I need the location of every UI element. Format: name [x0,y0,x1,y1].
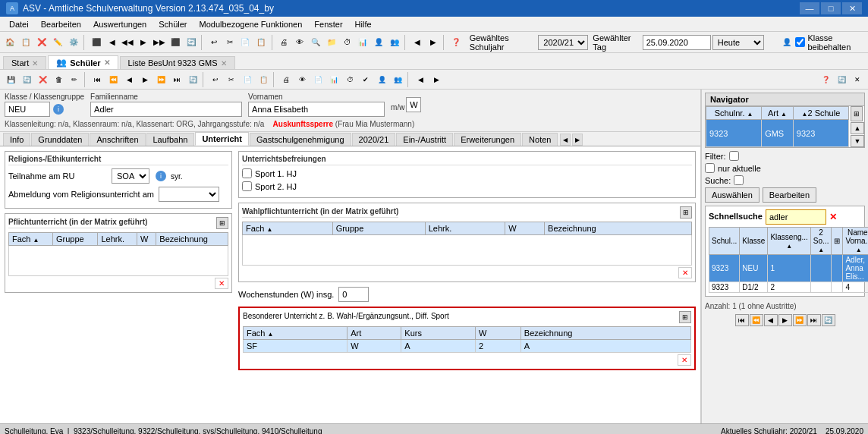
vorname-input[interactable] [248,102,385,117]
maximize-button[interactable]: □ [821,2,841,14]
toolbar-btn-6[interactable]: ⬛ [89,34,103,51]
menu-hilfe[interactable]: Hilfe [349,18,378,30]
inner-tab-noten[interactable]: Noten [522,133,558,146]
tab-liste-close[interactable]: ✕ [221,59,227,68]
schuljahr-select[interactable]: 2020/21 [538,35,588,50]
inner-tab-arrow-right[interactable]: ▶ [572,134,583,146]
t2-btn-4[interactable]: 🗑 [51,72,66,87]
t2-refresh[interactable]: 🔄 [185,72,200,87]
toolbar-btn-12[interactable]: ↩ [206,34,221,51]
wahlpflicht-col-gruppe[interactable]: Gruppe [332,222,425,235]
besonderer-row-1[interactable]: SF W A 2 A [244,340,691,353]
t2-close[interactable]: ✕ [850,72,865,87]
t2-paste[interactable]: 📋 [256,72,271,87]
t2-cut[interactable]: ✂ [224,72,239,87]
t2-nav-next[interactable]: ▶ [137,72,153,87]
t2-refresh2[interactable]: 🔄 [834,72,849,87]
toolbar-btn-17[interactable]: 🔍 [309,34,323,51]
t2-nav-prev-prev[interactable]: ⏪ [105,72,121,87]
mw-input[interactable] [406,97,421,112]
menu-bearbeiten[interactable]: Bearbeiten [35,18,87,30]
result-col-klasseng[interactable]: Klasseng... ▲ [768,228,810,255]
tab-start-close[interactable]: ✕ [32,59,38,68]
inner-tab-2021[interactable]: 2020/21 [352,133,396,146]
besonderer-delete-btn[interactable]: ✕ [678,354,691,366]
besonderer-col-fach[interactable]: Fach ▲ [244,327,348,340]
toolbar-btn-10[interactable]: ▶▶ [153,34,167,51]
nav-first-btn[interactable]: ⏮ [735,314,749,326]
t2-time[interactable]: ⏱ [342,72,357,87]
inner-tab-einaus[interactable]: Ein-/Austritt [396,133,453,146]
nav-col-schulnr[interactable]: Schulnr. ▲ [706,107,762,120]
user-icon[interactable]: 👤 [780,34,794,51]
sport1-checkbox[interactable] [242,168,252,178]
wahlpflicht-col-bez[interactable]: Bezeichnung [545,222,692,235]
t2-pdf[interactable]: 📄 [310,72,326,87]
pflicht-col-fach[interactable]: Fach ▲ [9,233,53,246]
tag-input[interactable] [643,35,711,50]
menu-fenster[interactable]: Fenster [308,18,348,30]
inner-tab-laufbahn[interactable]: Laufbahn [146,133,195,146]
close-button[interactable]: ✕ [842,2,862,14]
famname-input[interactable] [90,102,242,117]
filter-checkbox[interactable] [729,151,739,161]
toolbar-btn-15[interactable]: 📋 [254,34,269,51]
nav-prev-btn[interactable]: ◀ [764,314,778,326]
t2-btn-2[interactable]: 🔄 [19,72,34,87]
inner-tab-erweiterungen[interactable]: Erweiterungen [454,133,521,146]
t2-copy[interactable]: 📄 [240,72,255,87]
klasse-beibehalten-label[interactable]: Klasse beibehalten [795,33,864,52]
inner-tab-info[interactable]: Info [3,133,30,146]
tab-schueler[interactable]: 👥 Schüler ✕ [48,55,118,69]
t2-nav-next-next[interactable]: ⏩ [153,72,168,87]
result-col-so[interactable]: 2 So... ▲ [810,228,832,255]
result-col-icon[interactable]: ⊞ [832,228,843,255]
toolbar-btn-5[interactable]: ⚙️ [66,34,80,51]
t2-nav-prev[interactable]: ◀ [121,72,137,87]
toolbar-btn-16[interactable]: 👁 [293,34,307,51]
menu-schueler[interactable]: Schüler [153,18,193,30]
inner-tab-anschriften[interactable]: Anschriften [90,133,145,146]
inner-tab-arrow-left[interactable]: ◀ [560,134,571,146]
menu-datei[interactable]: Datei [3,18,35,30]
t2-nav-last[interactable]: ⏭ [169,72,184,87]
besonderer-col-art[interactable]: Art [348,327,401,340]
tab-schueler-close[interactable]: ✕ [104,58,110,67]
toolbar-btn-21[interactable]: 👤 [372,34,386,51]
t2-check[interactable]: ✔ [358,72,373,87]
t2-forward[interactable]: ▶ [429,72,444,87]
result-row-2[interactable]: 9323 D1/2 2 4 [709,282,869,293]
sport2-checkbox[interactable] [242,181,252,191]
pflicht-col-w[interactable]: W [137,233,156,246]
schnellsuche-clear-btn[interactable]: ✕ [829,212,837,222]
toolbar-btn-19[interactable]: ⏱ [340,34,354,51]
nav-col-schule[interactable]: ▲2 Schule [793,107,848,120]
menu-auswertungen[interactable]: Auswertungen [87,18,153,30]
besonderer-col-bez[interactable]: Bezeichnung [520,327,690,340]
teilnahme-info-badge[interactable]: i [156,171,166,181]
nav-expand-btn[interactable]: ⊞ [851,106,863,121]
nav-scroll-up[interactable]: ▲ [851,122,864,134]
toolbar-btn-22[interactable]: 👥 [388,34,402,51]
tab-start[interactable]: Start ✕ [3,56,46,69]
wahlpflicht-col-w[interactable]: W [505,222,545,235]
klasse-info-badge[interactable]: i [53,104,64,115]
wahlpflicht-expand-btn[interactable]: ⊞ [680,206,692,219]
toolbar-btn-4[interactable]: ✏️ [50,34,64,51]
t2-help[interactable]: ❓ [818,72,833,87]
teilnahme-select[interactable]: SOA [112,168,149,184]
minimize-button[interactable]: — [800,2,819,14]
nav-prev-prev-btn[interactable]: ⏪ [750,314,763,326]
klasse-input[interactable] [5,102,50,117]
bearbeiten-btn[interactable]: Bearbeiten [763,187,816,203]
toolbar-btn-print[interactable]: 🖨 [277,34,291,51]
pflicht-expand-btn[interactable]: ⊞ [216,217,228,229]
result-col-schulnr[interactable]: Schul... [709,228,740,255]
toolbar-btn-20[interactable]: 📊 [356,34,370,51]
pflicht-col-gruppe[interactable]: Gruppe [52,233,98,246]
auswaehlen-btn[interactable]: Auswählen [705,187,760,203]
pflicht-col-lehrk[interactable]: Lehrk. [98,233,137,246]
t2-back[interactable]: ◀ [413,72,428,87]
inner-tab-gastschul[interactable]: Gastschulgenehmigung [250,133,351,146]
tab-liste[interactable]: Liste BesUnt 9323 GMS ✕ [120,56,235,69]
